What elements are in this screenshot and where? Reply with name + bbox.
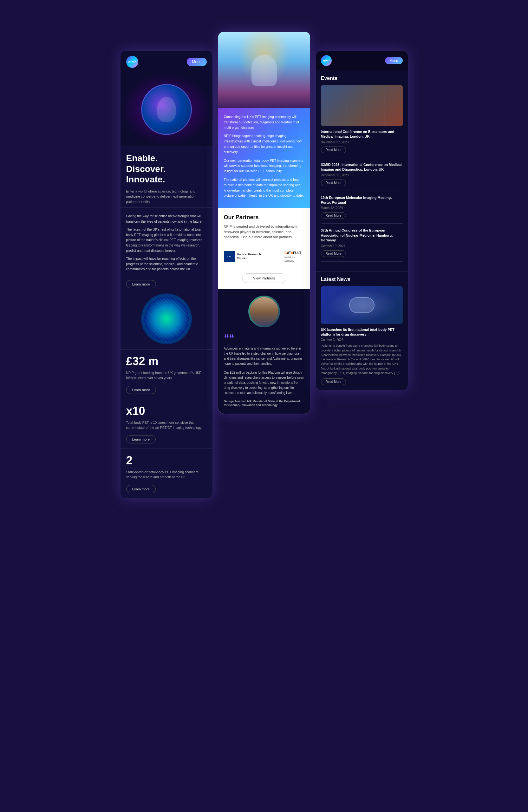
right-menu-button[interactable]: Menu <box>385 57 403 64</box>
learn-more-button-1[interactable]: Learn more <box>126 280 156 288</box>
catapult-accent2: A <box>291 251 293 255</box>
quote-marks: ❝❝ <box>224 332 305 344</box>
partners-section: Our Partners NPIP is created and deliver… <box>218 208 310 289</box>
quote-text-1: Advances in imaging and informatics pion… <box>224 346 305 366</box>
quote-text-2: Our £32 million backing for this Platfor… <box>224 370 305 395</box>
section1-p1: Paving the way for scientific breakthrou… <box>126 214 207 224</box>
learn-more-button-3[interactable]: Leam more <box>126 435 156 444</box>
right-nav: NPIP Menu <box>316 51 408 70</box>
mrc-text: Medical Research Council <box>237 253 272 260</box>
stat3-section: 2 State-of-the-art total-body PET imagin… <box>120 449 212 482</box>
news-image <box>321 286 403 324</box>
quote-attribution: George Freeman MP, Minister of State at … <box>224 399 305 407</box>
partners-heading: Our Partners <box>224 214 305 221</box>
stat3-desc: State-of-the-art total-body PET imaging … <box>126 470 207 480</box>
events-heading: Events <box>321 75 403 81</box>
intro-p3: Our next-generation total-body PET imagi… <box>224 158 305 174</box>
stat1-section: £32 m NPIP grant funding from the UK gov… <box>120 349 212 383</box>
event-title-2: ICMID 2023: International Conference on … <box>321 162 403 172</box>
gradient-intro-section: Connecting the UK's PET imaging communit… <box>218 108 310 208</box>
event-item-4: 37th Annual Congress of the European Ass… <box>321 228 403 261</box>
intro-p4: The national platform will connect proje… <box>224 177 305 198</box>
news-date: October 3, 2023 <box>321 338 403 342</box>
scanner-shape <box>349 297 375 313</box>
left-logo: NPIP <box>126 56 138 68</box>
intro-p2: NPIP brings together cutting-edge imagin… <box>224 133 305 155</box>
section1-p3: The impact will have far-reaching effect… <box>126 256 207 272</box>
read-more-button-1[interactable]: Read More <box>321 147 346 153</box>
tagline-line1: Enable. <box>126 153 158 163</box>
left-section1: Paving the way for scientific breakthrou… <box>120 207 212 277</box>
event-title-3: 19th European Molecular Imaging Meeting,… <box>321 195 403 205</box>
read-more-button-2[interactable]: Read More <box>321 179 346 186</box>
stat1-number: £32 m <box>126 354 207 368</box>
event-date-2: December 11, 2023 <box>321 174 403 177</box>
event-date-1: November 27, 2023 <box>321 141 403 144</box>
read-more-button-4[interactable]: Read More <box>321 250 346 257</box>
scanner-news <box>321 286 403 324</box>
catapult-sub: Medicines Discovery <box>284 256 295 262</box>
center-hero-image <box>218 32 310 108</box>
catapult-logo: CATAPULT Medicines Discovery <box>284 251 305 262</box>
event-date-3: March 12, 2024 <box>321 206 403 210</box>
partner-logos: UK Medical Research Council CATAPULT Med… <box>224 245 305 269</box>
event-img-inner <box>321 85 403 126</box>
learn-more-button-2[interactable]: Learn more <box>126 386 156 394</box>
panel-right: NPIP Menu Events International Conferenc… <box>316 51 408 390</box>
stat2-desc: Total-body PET is 10 times more sensitiv… <box>126 420 207 431</box>
partners-desc: NPIP is created and delivered by interna… <box>224 224 305 240</box>
latest-news-heading: Latest News <box>321 277 403 282</box>
mrc-box: UK <box>224 251 235 262</box>
hero-subtitle: Enter a world where science, technology … <box>126 189 207 205</box>
panel-left: NPIP Menu Enable. Discover. Innovate. En… <box>120 51 212 498</box>
scanner-face <box>251 55 277 86</box>
brain-inner <box>144 296 189 341</box>
events-section: Events International Conference on Biose… <box>316 70 408 271</box>
event-item-1: International Conference on Biosensors a… <box>321 129 403 158</box>
page-wrapper: NPIP Menu Enable. Discover. Innovate. En… <box>6 13 522 812</box>
event-main-image <box>321 85 403 126</box>
quote-section: ❝❝ Advances in imaging and informatics p… <box>218 289 310 414</box>
tagline-line2: Discover. <box>126 164 166 174</box>
scanner-image <box>218 32 310 108</box>
tagline-block: Enable. Discover. Innovate. Enter a worl… <box>120 146 212 207</box>
catapult-label: CATAPULT Medicines Discovery <box>284 251 305 262</box>
view-partners-button[interactable]: View Partners <box>242 273 287 283</box>
event-item-2: ICMID 2023: International Conference on … <box>321 162 403 191</box>
news-read-more-button[interactable]: Read More <box>321 378 346 385</box>
stat2-number: x10 <box>126 404 207 418</box>
event-title-1: International Conference on Biosensors a… <box>321 129 403 139</box>
hero-circle <box>141 84 192 135</box>
mrc-logo: UK Medical Research Council <box>224 251 272 262</box>
event-item-3: 19th European Molecular Imaging Meeting,… <box>321 195 403 224</box>
left-menu-button[interactable]: Menu <box>187 58 206 66</box>
left-hero-image <box>120 73 212 146</box>
learn-more-button-4[interactable]: Leam more <box>126 485 156 493</box>
avatar-inner <box>250 297 278 326</box>
right-logo: NPIP <box>321 55 332 66</box>
event-title-4: 37th Annual Congress of the European Ass… <box>321 228 403 243</box>
news-desc: Patients to benefit from game-changing f… <box>321 344 403 375</box>
read-more-button-3[interactable]: Read More <box>321 212 346 219</box>
stat1-desc: NPIP grant funding from the UK governmen… <box>126 371 207 381</box>
event-date-4: October 19, 2024 <box>321 244 403 248</box>
brain-scan-image <box>141 293 192 344</box>
section1-p2: The launch of the UK's first-of-its-kind… <box>126 227 207 253</box>
intro-p1: Connecting the UK's PET imaging communit… <box>224 114 305 130</box>
stat2-section: x10 Total-body PET is 10 times more sens… <box>120 399 212 433</box>
catapult-accent: C <box>284 251 287 255</box>
tagline-line3: Innovate. <box>126 174 165 184</box>
latest-news-section: Latest News UK launches its first nation… <box>316 271 408 390</box>
stat3-number: 2 <box>126 454 207 467</box>
quote-avatar <box>248 295 280 327</box>
panel-center: Connecting the UK's PET imaging communit… <box>218 32 310 414</box>
news-title: UK launches its first national total-bod… <box>321 327 403 337</box>
logo-divider <box>278 250 278 263</box>
left-nav: NPIP Menu <box>120 51 212 73</box>
hero-figure <box>157 97 176 122</box>
